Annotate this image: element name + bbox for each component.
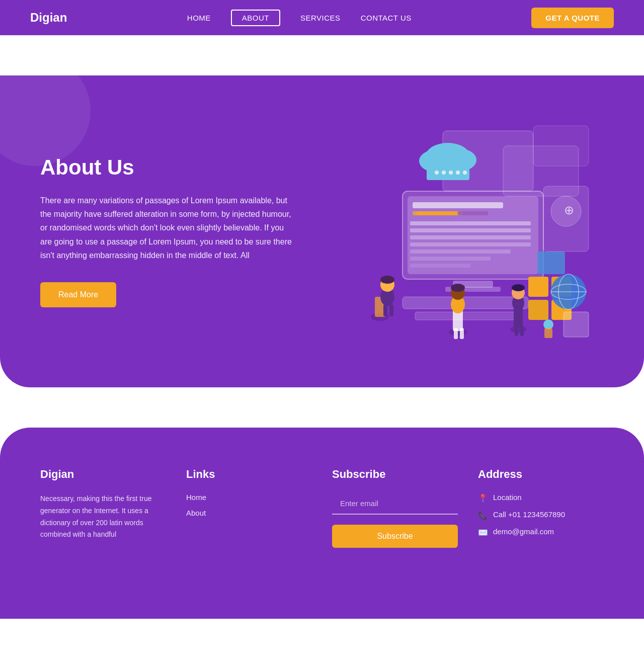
nav-services[interactable]: SERVICES <box>300 14 341 22</box>
phone-icon: 📞 <box>478 511 488 520</box>
svg-rect-24 <box>410 264 470 268</box>
svg-rect-47 <box>383 304 387 316</box>
logo: Digian <box>30 11 67 25</box>
svg-rect-29 <box>528 277 548 297</box>
subscribe-email-input[interactable] <box>332 493 458 515</box>
footer-brand-col: Digian Necessary, making this the first … <box>40 468 166 548</box>
email-icon: ✉️ <box>478 528 488 537</box>
read-more-button[interactable]: Read More <box>40 282 116 307</box>
location-icon: 📍 <box>478 493 488 503</box>
svg-point-53 <box>451 284 465 292</box>
mid-spacer <box>0 387 644 428</box>
svg-point-10 <box>456 171 460 175</box>
hero-illustration: ⊕ <box>292 121 604 342</box>
footer-brand-description: Necessary, making this the first true ge… <box>40 493 166 541</box>
footer-address-col: Address 📍 Location 📞 Call +01 1234567890… <box>478 468 604 548</box>
footer-brand-title: Digian <box>40 468 166 481</box>
subscribe-button[interactable]: Subscribe <box>332 525 458 548</box>
svg-rect-20 <box>410 235 531 239</box>
svg-rect-61 <box>515 326 518 336</box>
main-nav: HOME ABOUT SERVICES CONTACT US <box>187 10 412 26</box>
svg-point-8 <box>442 171 446 175</box>
svg-rect-22 <box>410 250 511 254</box>
svg-rect-28 <box>415 312 516 320</box>
footer-address-title: Address <box>478 468 604 481</box>
footer-link-home[interactable]: Home <box>186 493 312 502</box>
get-quote-button[interactable]: GET A QUOTE <box>531 8 614 28</box>
hero-section: About Us There are many variations of pa… <box>0 75 644 387</box>
footer-subscribe-col: Subscribe Subscribe <box>332 468 458 548</box>
svg-rect-17 <box>458 211 488 215</box>
svg-rect-19 <box>410 228 531 232</box>
top-spacer <box>0 35 644 75</box>
nav-about[interactable]: ABOUT <box>231 10 280 26</box>
footer-link-about[interactable]: About <box>186 509 312 517</box>
svg-rect-27 <box>403 297 528 309</box>
address-email-text: demo@gmail.com <box>493 527 554 536</box>
svg-rect-55 <box>460 328 464 339</box>
svg-point-9 <box>449 171 453 175</box>
footer-grid: Digian Necessary, making this the first … <box>40 468 604 548</box>
svg-rect-54 <box>454 328 458 339</box>
footer-section: Digian Necessary, making this the first … <box>0 428 644 619</box>
svg-point-7 <box>435 171 439 175</box>
svg-point-11 <box>463 171 467 175</box>
address-phone: 📞 Call +01 1234567890 <box>478 510 604 520</box>
svg-rect-48 <box>389 304 393 316</box>
address-phone-text: Call +01 1234567890 <box>493 510 565 519</box>
footer-links-list: Home About <box>186 493 312 517</box>
nav-contact[interactable]: CONTACT US <box>361 14 412 22</box>
svg-rect-16 <box>417 211 457 215</box>
footer-subscribe-title: Subscribe <box>332 468 458 481</box>
footer-links-col: Links Home About <box>186 468 312 548</box>
svg-rect-18 <box>410 221 531 225</box>
svg-rect-33 <box>537 252 565 274</box>
svg-rect-62 <box>520 326 524 336</box>
footer-links-title: Links <box>186 468 312 481</box>
address-email: ✉️ demo@gmail.com <box>478 527 604 537</box>
svg-rect-2 <box>533 126 589 166</box>
svg-text:⊕: ⊕ <box>564 203 574 217</box>
svg-point-46 <box>380 276 394 284</box>
svg-rect-23 <box>410 257 491 261</box>
svg-rect-14 <box>413 202 503 208</box>
hero-content: About Us There are many variations of pa… <box>40 155 292 307</box>
svg-rect-64 <box>544 328 552 338</box>
hero-title: About Us <box>40 155 292 180</box>
address-location-text: Location <box>493 493 522 502</box>
nav-home[interactable]: HOME <box>187 14 211 22</box>
svg-rect-38 <box>564 312 589 337</box>
hero-svg: ⊕ <box>302 121 594 342</box>
hero-description: There are many variations of passages of… <box>40 194 292 262</box>
svg-rect-31 <box>528 300 548 320</box>
svg-point-60 <box>512 284 525 291</box>
address-location: 📍 Location <box>478 493 604 503</box>
svg-rect-21 <box>410 242 531 246</box>
